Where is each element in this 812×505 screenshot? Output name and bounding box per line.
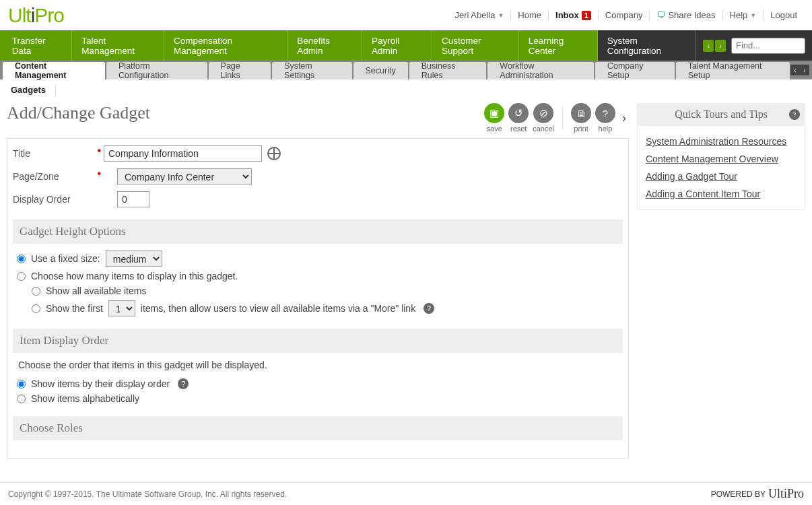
nav-next-icon[interactable]: › (715, 40, 726, 52)
user-menu[interactable]: Jeri Abella ▼ (448, 10, 510, 20)
reset-icon: ↺ (508, 103, 529, 123)
caret-down-icon: ▼ (498, 12, 504, 19)
nav-benefits[interactable]: Benefits Admin (287, 30, 362, 61)
top-links: Jeri Abella ▼ Home Inbox 1 Company 🗨 Sha… (448, 10, 804, 20)
title-input[interactable] (104, 145, 262, 162)
nav-transfer-data[interactable]: Transfer Data (3, 30, 73, 61)
displayorder-input[interactable] (117, 191, 149, 207)
context-bar: Gadgets (0, 79, 812, 100)
show-first-select[interactable]: 1 (108, 300, 135, 316)
cancel-button[interactable]: ⊘cancel (533, 103, 554, 133)
page-title: Add/Change Gadget (7, 103, 150, 123)
top-bar: UltiPro Jeri Abella ▼ Home Inbox 1 Compa… (0, 0, 812, 30)
subnav-content-mgmt[interactable]: Content Management (3, 62, 105, 79)
height-options-heading: Gadget Height Options (13, 220, 623, 244)
caret-down-icon: ▼ (750, 12, 756, 19)
displayorder-label: Display Order (13, 194, 71, 205)
choose-items-radio[interactable] (17, 272, 26, 281)
powered-by-label: POWERED BY (711, 490, 766, 499)
copyright: Copyright © 1997-2015. The Ultimate Soft… (8, 490, 287, 499)
comment-icon: 🗨 (656, 10, 665, 20)
nav-right: ‹ › (696, 30, 812, 61)
pagezone-select[interactable]: Company Info Center (117, 168, 252, 184)
inbox-link[interactable]: Inbox 1 (548, 10, 598, 20)
help-icon[interactable]: ? (789, 109, 800, 120)
subnav-platform-config[interactable]: Platform Configuration (106, 62, 207, 79)
side-link-content-overview[interactable]: Content Management Overview (646, 150, 797, 168)
order-alpha-radio[interactable] (17, 395, 26, 403)
print-button[interactable]: 🗎print (571, 103, 591, 133)
help-tooltip-icon[interactable]: ? (424, 303, 434, 314)
logo: UltiPro (8, 4, 64, 27)
show-all-label: Show all available items (46, 285, 146, 296)
choose-items-label: Choose how many items to display in this… (31, 271, 238, 281)
nav-talent-management[interactable]: Talent Management (72, 30, 164, 61)
choose-roles-heading: Choose Roles (13, 416, 623, 440)
find-input[interactable] (731, 38, 805, 54)
cancel-icon: ⊘ (533, 103, 553, 123)
subnav-prev-icon[interactable]: ‹ (790, 65, 800, 75)
pagezone-label: Page/Zone (13, 171, 59, 182)
subnav-talent-setup[interactable]: Talent Management Setup (676, 62, 790, 79)
side-link-add-content[interactable]: Adding a Content Item Tour (646, 185, 797, 203)
sub-nav: Content Management Platform Configuratio… (0, 61, 812, 79)
show-first-label-b: items, then allow users to view all avai… (141, 303, 415, 314)
chevron-right-icon[interactable]: › (619, 111, 629, 125)
help-tooltip-icon[interactable]: ? (178, 378, 189, 389)
save-icon: ▣ (484, 103, 504, 123)
nav-payroll[interactable]: Payroll Admin (362, 30, 432, 61)
subnav-company-setup[interactable]: Company Setup (595, 62, 675, 79)
logout-link[interactable]: Logout (763, 10, 804, 20)
print-icon: 🗎 (571, 103, 591, 123)
title-label: Title (13, 148, 30, 159)
nav-system-config[interactable]: System Configuration (598, 30, 696, 61)
company-link[interactable]: Company (598, 10, 650, 20)
subnav-next-icon[interactable]: › (800, 65, 809, 75)
help-button[interactable]: ?help (595, 103, 615, 133)
save-button[interactable]: ▣save (484, 103, 504, 133)
context-gadgets[interactable]: Gadgets (11, 85, 56, 95)
footer: Copyright © 1997-2015. The Ultimate Soft… (0, 482, 812, 505)
order-alpha-label: Show items alphabetically (31, 393, 139, 404)
nav-prev-icon[interactable]: ‹ (703, 40, 714, 52)
subnav-business-rules[interactable]: Business Rules (409, 62, 487, 79)
subnav-system-settings[interactable]: System Settings (272, 62, 351, 79)
item-order-desc: Choose the order that items in this gadg… (18, 360, 623, 370)
fixed-size-radio[interactable] (17, 255, 26, 263)
subnav-page-links[interactable]: Page Links (209, 62, 271, 79)
fixed-size-select[interactable]: medium (106, 250, 162, 267)
help-icon: ? (595, 103, 615, 123)
footer-logo: UltiPro (768, 487, 804, 501)
divider (562, 106, 563, 129)
main-nav: Transfer Data Talent Management Compensa… (0, 30, 812, 61)
subnav-workflow-admin[interactable]: Workflow Administration (487, 62, 594, 79)
side-link-add-gadget[interactable]: Adding a Gadget Tour (646, 168, 797, 185)
globe-icon[interactable] (267, 147, 281, 160)
form-panel: Title• Page/Zone• Company Info Center Di… (7, 138, 629, 459)
side-link-sys-admin[interactable]: System Administration Resources (646, 133, 797, 150)
order-display-label: Show items by their display order (31, 378, 170, 389)
reset-button[interactable]: ↺reset (508, 103, 529, 133)
show-first-radio[interactable] (32, 304, 40, 313)
quick-tours-box: System Administration Resources Content … (637, 126, 805, 210)
home-link[interactable]: Home (510, 10, 548, 20)
show-all-radio[interactable] (32, 287, 40, 296)
share-ideas-link[interactable]: 🗨 Share Ideas (649, 10, 722, 20)
show-first-label-a: Show the first (46, 303, 103, 314)
quick-tours-heading: Quick Tours and Tips ? (637, 103, 805, 126)
nav-support[interactable]: Customer Support (432, 30, 519, 61)
help-menu[interactable]: Help ▼ (722, 10, 764, 20)
fixed-size-label: Use a fixed size: (31, 253, 100, 264)
item-order-heading: Item Display Order (13, 329, 623, 353)
nav-compensation[interactable]: Compensation Management (164, 30, 287, 61)
nav-learning[interactable]: Learning Center (519, 30, 598, 61)
action-bar: ▣save ↺reset ⊘cancel 🗎print ?help › (484, 103, 629, 133)
order-display-radio[interactable] (17, 380, 26, 389)
inbox-badge: 1 (582, 11, 591, 20)
subnav-security[interactable]: Security (353, 62, 408, 79)
